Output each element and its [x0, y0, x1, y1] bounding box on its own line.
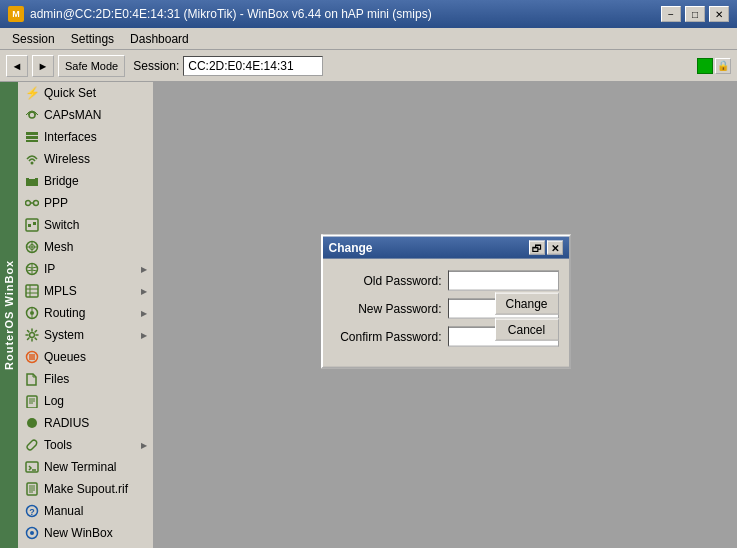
dialog-title: Change — [329, 241, 373, 255]
svg-rect-13 — [28, 224, 31, 227]
sidebar-label-mesh: Mesh — [44, 240, 147, 254]
sidebar-label-wireless: Wireless — [44, 152, 147, 166]
bridge-icon — [24, 173, 40, 189]
title-bar-left: M admin@CC:2D:E0:4E:14:31 (MikroTik) - W… — [8, 6, 432, 22]
dialog-title-controls: 🗗 ✕ — [529, 241, 563, 255]
make-supout-icon — [24, 481, 40, 497]
tools-arrow: ▶ — [141, 441, 147, 450]
ip-icon — [24, 261, 40, 277]
sidebar-label-queues: Queues — [44, 350, 147, 364]
sidebar-item-new-terminal[interactable]: New Terminal — [18, 456, 153, 478]
menu-bar: Session Settings Dashboard — [0, 28, 737, 50]
svg-rect-3 — [26, 140, 38, 142]
menu-dashboard[interactable]: Dashboard — [122, 30, 197, 48]
main-layout: RouterOS WinBox ⚡ Quick Set CAPsMAN Inte… — [0, 82, 737, 548]
old-password-input[interactable] — [448, 271, 559, 291]
capsman-icon — [24, 107, 40, 123]
switch-icon — [24, 217, 40, 233]
confirm-password-label: Confirm Password: — [333, 330, 448, 344]
connection-status — [697, 58, 713, 74]
sidebar-item-ip[interactable]: IP ▶ — [18, 258, 153, 280]
svg-rect-41 — [27, 483, 37, 495]
mpls-arrow: ▶ — [141, 287, 147, 296]
mpls-icon — [24, 283, 40, 299]
sidebar-item-switch[interactable]: Switch — [18, 214, 153, 236]
sidebar-label-radius: RADIUS — [44, 416, 147, 430]
cancel-button[interactable]: Cancel — [495, 319, 559, 341]
svg-point-49 — [30, 531, 34, 535]
svg-point-10 — [34, 201, 39, 206]
new-terminal-icon — [24, 459, 40, 475]
sidebar-label-switch: Switch — [44, 218, 147, 232]
svg-point-4 — [31, 162, 34, 165]
sidebar-item-routing[interactable]: Routing ▶ — [18, 302, 153, 324]
change-button[interactable]: Change — [495, 293, 559, 315]
sidebar-item-quick-set[interactable]: ⚡ Quick Set — [18, 82, 153, 104]
sidebar-item-mpls[interactable]: MPLS ▶ — [18, 280, 153, 302]
menu-session[interactable]: Session — [4, 30, 63, 48]
sidebar-item-files[interactable]: Files — [18, 368, 153, 390]
back-button[interactable]: ◄ — [6, 55, 28, 77]
svg-rect-12 — [26, 219, 38, 231]
system-arrow: ▶ — [141, 331, 147, 340]
old-password-label: Old Password: — [333, 274, 448, 288]
sidebar-item-manual[interactable]: ? Manual — [18, 500, 153, 522]
mesh-icon — [24, 239, 40, 255]
old-password-row: Old Password: — [333, 271, 559, 291]
sidebar-label-tools: Tools — [44, 438, 137, 452]
safe-mode-button[interactable]: Safe Mode — [58, 55, 125, 77]
sidebar-item-queues[interactable]: Queues — [18, 346, 153, 368]
sidebar-item-system[interactable]: System ▶ — [18, 324, 153, 346]
sidebar-item-new-winbox[interactable]: New WinBox — [18, 522, 153, 544]
app-icon: M — [8, 6, 24, 22]
dialog-close-button[interactable]: ✕ — [547, 241, 563, 255]
title-bar: M admin@CC:2D:E0:4E:14:31 (MikroTik) - W… — [0, 0, 737, 28]
window-controls: − □ ✕ — [661, 6, 729, 22]
sidebar-label-new-terminal: New Terminal — [44, 460, 147, 474]
close-button[interactable]: ✕ — [709, 6, 729, 22]
sidebar-item-radius[interactable]: RADIUS — [18, 412, 153, 434]
sidebar-label-routing: Routing — [44, 306, 137, 320]
status-indicator: 🔒 — [697, 58, 731, 74]
sidebar-label-interfaces: Interfaces — [44, 130, 147, 144]
system-icon — [24, 327, 40, 343]
sidebar-label-log: Log — [44, 394, 147, 408]
toolbar: ◄ ► Safe Mode Session: CC:2D:E0:4E:14:31… — [0, 50, 737, 82]
sidebar-item-ppp[interactable]: PPP — [18, 192, 153, 214]
sidebar-item-capsman[interactable]: CAPsMAN — [18, 104, 153, 126]
sidebar-item-mesh[interactable]: Mesh — [18, 236, 153, 258]
sidebar-item-interfaces[interactable]: Interfaces — [18, 126, 153, 148]
svg-point-9 — [26, 201, 31, 206]
ip-arrow: ▶ — [141, 265, 147, 274]
dialog-content: Old Password: New Password: Confirm Pass… — [323, 259, 569, 367]
svg-point-38 — [27, 418, 37, 428]
manual-icon: ? — [24, 503, 40, 519]
sidebar-item-tools[interactable]: Tools ▶ — [18, 434, 153, 456]
menu-settings[interactable]: Settings — [63, 30, 122, 48]
lock-status: 🔒 — [715, 58, 731, 74]
session-value: CC:2D:E0:4E:14:31 — [183, 56, 323, 76]
quick-set-icon: ⚡ — [24, 85, 40, 101]
log-icon — [24, 393, 40, 409]
forward-button[interactable]: ► — [32, 55, 54, 77]
svg-rect-14 — [33, 222, 36, 225]
sidebar-rotated-label: RouterOS WinBox — [0, 82, 18, 548]
sidebar-item-wireless[interactable]: Wireless — [18, 148, 153, 170]
sidebar-label-new-winbox: New WinBox — [44, 526, 147, 540]
new-password-label: New Password: — [333, 302, 448, 316]
sidebar-label-mpls: MPLS — [44, 284, 137, 298]
sidebar-item-make-supout[interactable]: Make Supout.rif — [18, 478, 153, 500]
sidebar-item-bridge[interactable]: Bridge — [18, 170, 153, 192]
minimize-button[interactable]: − — [661, 6, 681, 22]
sidebar-item-log[interactable]: Log — [18, 390, 153, 412]
new-winbox-icon — [24, 525, 40, 541]
svg-rect-1 — [26, 132, 38, 135]
dialog-restore-button[interactable]: 🗗 — [529, 241, 545, 255]
dialog-buttons: Change Cancel — [495, 293, 559, 341]
interfaces-icon — [24, 129, 40, 145]
sidebar-label-system: System — [44, 328, 137, 342]
maximize-button[interactable]: □ — [685, 6, 705, 22]
queues-icon — [24, 349, 40, 365]
wireless-icon — [24, 151, 40, 167]
svg-rect-21 — [26, 285, 38, 297]
